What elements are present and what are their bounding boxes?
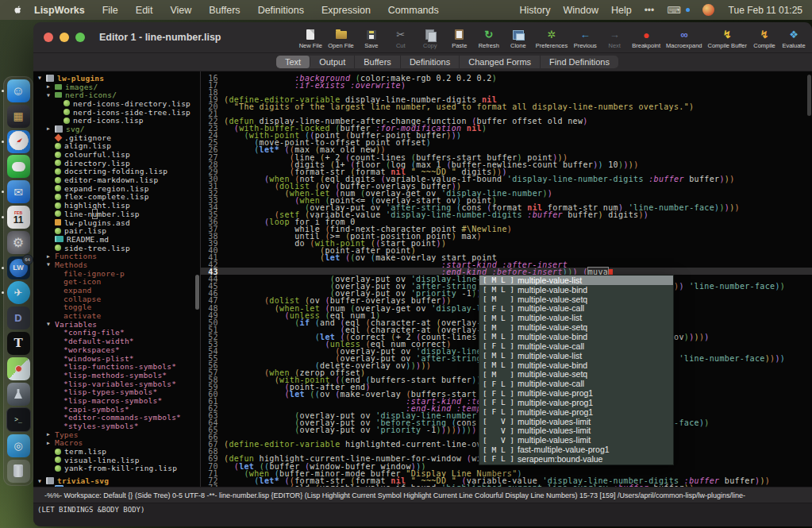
code-line[interactable]: 18	[201, 88, 812, 95]
dock-item-messages[interactable]	[7, 155, 30, 178]
tree-item-*windows-plist*[interactable]: *windows-plist*	[38, 354, 200, 363]
completion-item[interactable]: [ F L ]multiple-value-prog1	[479, 398, 673, 407]
menu-item-file[interactable]: File	[102, 5, 118, 16]
tree-item-*lisp-macros-symbols*[interactable]: *lisp-macros-symbols*	[38, 396, 200, 405]
menu-item-app[interactable]: LispWorks	[34, 5, 85, 16]
tree-item-lw-plugins[interactable]: ▼lw-plugins	[38, 74, 200, 83]
tree-closed-arrow-icon[interactable]: ▶	[47, 125, 55, 132]
completion-item[interactable]: [ M L ]fast-multiple-value-prog1	[479, 445, 673, 454]
tree-item-trivial-svg[interactable]: ▼trivial-svg	[38, 476, 200, 485]
code-line[interactable]: 20 "The digits of the largest line numbe…	[201, 102, 812, 110]
tab-buffers[interactable]: Buffers	[355, 56, 401, 68]
completion-item[interactable]: [ F L ]serapeum:bound-value	[479, 454, 673, 464]
tree-item-svg-[interactable]: ▶svg/	[38, 125, 200, 133]
completion-item[interactable]: [ M L ]multiple-value-list	[479, 276, 673, 285]
tree-item-images-[interactable]: ▶images/	[38, 83, 200, 91]
completion-item[interactable]: [ M ]multiple-value-setq	[479, 322, 673, 332]
completion-item[interactable]: [ F L ]multiple-value-prog1	[479, 388, 673, 398]
dock-item-calendar[interactable]: FEB11	[7, 206, 30, 229]
completion-item[interactable]: [ F L ]multiple-value-prog1	[479, 407, 673, 417]
preferences-button[interactable]: ✲Preferences	[536, 29, 568, 49]
dock-item-terminal[interactable]: >_	[6, 407, 31, 432]
completion-item[interactable]: [ M L ]multiple-value-bind	[479, 332, 673, 341]
completion-item[interactable]: [ F L ]multiple-value-call	[479, 304, 673, 314]
tree-item-methods[interactable]: ▼Methods	[38, 260, 200, 269]
zoom-button[interactable]	[75, 33, 85, 42]
dock-item-trash[interactable]	[7, 460, 30, 483]
menu-item-expression[interactable]: Expression	[321, 5, 371, 16]
tree-item-highlight.lisp[interactable]: highlight.lisp	[38, 201, 200, 210]
menu-item-definitions[interactable]: Definitions	[258, 5, 304, 16]
code-line[interactable]: 29 (format-str (format nil " ~~~DD " dig…	[201, 168, 812, 175]
tree-item-*lisp-functions-symbols*[interactable]: *lisp-functions-symbols*	[38, 362, 200, 371]
tree-item-*lisp-methods-symbols*[interactable]: *lisp-methods-symbols*	[38, 371, 200, 380]
tree-item-*workspaces*[interactable]: *workspaces*	[38, 345, 200, 354]
menu-item-history[interactable]: History	[520, 5, 551, 16]
menu-item-commands[interactable]: Commands	[388, 5, 439, 16]
tree-closed-arrow-icon[interactable]: ▶	[47, 253, 55, 260]
code-line[interactable]: 23 (with-buffer-locked (buffer :for-modi…	[201, 124, 812, 131]
tree-item-activate[interactable]: activate	[38, 311, 200, 320]
account-avatar[interactable]	[702, 4, 714, 16]
tree-item-get-icon[interactable]: get-icon	[38, 278, 200, 287]
completion-item[interactable]: [ F L ]multiple-value-call	[479, 379, 673, 388]
tree-item-*lisp-types-symbols*[interactable]: *lisp-types-symbols*	[38, 387, 200, 396]
tab-output[interactable]: Output	[310, 56, 355, 68]
tree-item-variables[interactable]: ▼Variables	[38, 320, 200, 329]
code-line[interactable]: 33 (when (point<= (overlay-start ov) poi…	[201, 196, 812, 203]
new-file-button[interactable]: New File	[298, 29, 322, 49]
open-file-button[interactable]: Open File	[328, 29, 354, 49]
tree-item-directory.lisp[interactable]: directory.lisp	[38, 159, 200, 168]
tree-item-visual-line.lisp[interactable]: visual-line.lisp	[38, 456, 200, 464]
tree-item-line-number.lisp[interactable]: line-number.lisp	[38, 210, 200, 218]
completion-item[interactable]: [ M ]multiple-value-setq	[479, 369, 673, 379]
tab-find-definitions[interactable]: Find Definitions	[541, 56, 618, 68]
tree-item-nerd-icons-[interactable]: ▼nerd-icons/	[38, 91, 200, 99]
tree-item-term.lisp[interactable]: term.lisp	[38, 447, 200, 456]
tree-item-align.lisp[interactable]: align.lisp	[38, 142, 200, 151]
tree-item-lw-plugins.asd[interactable]: lw-plugins.asd	[38, 218, 200, 227]
code-line[interactable]: 43 :end-kind :before-insert))) (muva	[201, 268, 812, 275]
tree-item-flex-complete.lisp[interactable]: flex-complete.lisp	[38, 193, 200, 202]
code-line[interactable]: 28 (digits (1+ (floor (log (max 1 (buffe…	[201, 160, 812, 168]
code-line[interactable]: 36 (loop for i from 0	[201, 218, 812, 225]
file-tree[interactable]: ▼lw-plugins▶images/▼nerd-icons/nerd-icon…	[33, 71, 201, 487]
completion-item[interactable]: [ M L ]multiple-value-list	[479, 351, 673, 360]
tree-item-*styles-symbols*[interactable]: *styles-symbols*	[38, 422, 200, 430]
code-line[interactable]: 24 (with-point ((point (buffer-point buf…	[201, 131, 812, 138]
dock-item-text-editor[interactable]: T	[7, 332, 30, 355]
tree-item-file-ignore-p[interactable]: file-ignore-p	[38, 269, 200, 278]
tree-item-macros[interactable]: ▶Macros	[38, 439, 200, 448]
tree-item-*editor-commands-symbols*[interactable]: *editor-commands-symbols*	[38, 414, 200, 422]
tree-item-example.png[interactable]: example.png	[38, 485, 200, 487]
dock-item-lispworks[interactable]: LW64	[7, 256, 30, 279]
completion-item[interactable]: [ V ]multiple-values-limit	[479, 435, 673, 445]
code-line[interactable]: 41 (let ((ov (make-overlay start point	[201, 253, 812, 260]
completion-item[interactable]: [ M L ]multiple-value-bind	[479, 360, 673, 370]
tree-item-expand[interactable]: expand	[38, 286, 200, 295]
tree-item-expand-region.lisp[interactable]: expand-region.lisp	[38, 184, 200, 193]
menu-item-edit[interactable]: Edit	[136, 5, 153, 16]
dock-item-launchpad[interactable]: ▦	[7, 105, 30, 128]
tree-open-arrow-icon[interactable]: ▼	[47, 92, 55, 98]
editor-scrollbar[interactable]	[807, 75, 811, 116]
completion-item[interactable]: [ F L ]multiple-value-call	[479, 341, 673, 351]
menu-clock[interactable]: Tue Feb 11 01:25	[729, 5, 802, 16]
tree-item-*config-file*[interactable]: *config-file*	[38, 329, 200, 337]
tree-closed-arrow-icon[interactable]: ▶	[47, 431, 55, 437]
code-line[interactable]: 35 (setf (variable-value 'display-line-n…	[201, 210, 812, 218]
code-line[interactable]: 27 (line (+ 2 (count-lines (buffers-star…	[201, 153, 812, 160]
code-line[interactable]: 22(defun display-line-number-after-chang…	[201, 117, 812, 124]
dock-item-mail[interactable]: ✉	[7, 180, 30, 203]
dock-item-system-settings[interactable]: ⚙	[7, 231, 30, 254]
tree-item-colourful.lisp[interactable]: colourful.lisp	[38, 150, 200, 159]
code-line[interactable]: 26 (let* ((max (max old new))	[201, 145, 812, 152]
dock-item-safari[interactable]	[7, 130, 30, 153]
code-line[interactable]: 40 (point-after point)	[201, 246, 812, 253]
dock-item-blue-app[interactable]: ◎	[7, 434, 30, 457]
tree-item-*lisp-variables-symbols*[interactable]: *lisp-variables-symbols*	[38, 380, 200, 388]
code-line[interactable]: 19(define-editor-variable display-line-n…	[201, 95, 812, 102]
completion-item[interactable]: [ V ]multiple-values-limit	[479, 417, 673, 426]
tree-open-arrow-icon[interactable]: ▼	[47, 261, 55, 268]
evaluate-button[interactable]: ❖Evaluate	[782, 29, 806, 49]
